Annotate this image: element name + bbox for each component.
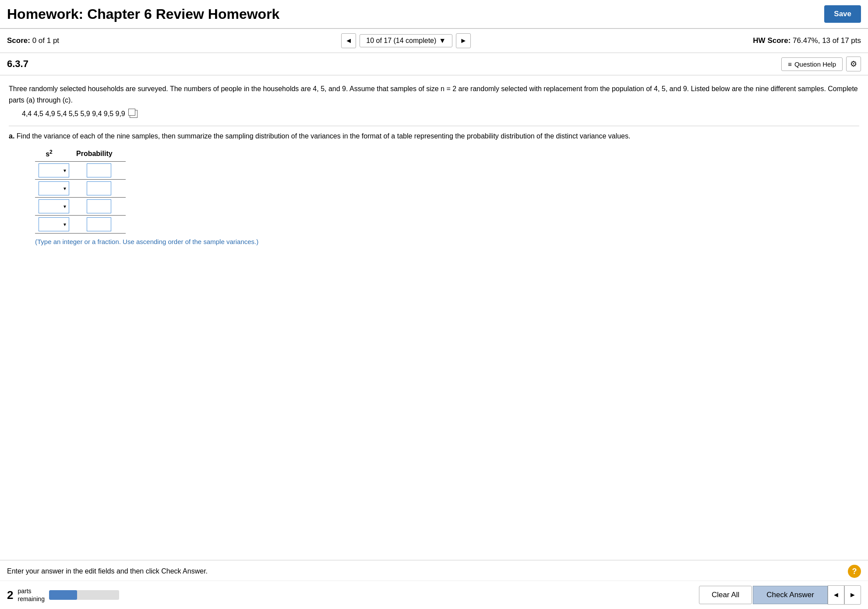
- question-position: 10 of 17 (14 complete) ▼: [360, 34, 452, 47]
- page-title: Homework: Chapter 6 Review Homework: [7, 6, 279, 22]
- s2-cell-2: [35, 179, 73, 197]
- s2-select-2[interactable]: [39, 181, 69, 195]
- score-bar: Score: 0 of 1 pt ◄ 10 of 17 (14 complete…: [0, 29, 868, 53]
- s2-select-wrapper-4: [39, 217, 69, 231]
- question-header-bar: 6.3.7 ≡ Question Help ⚙: [0, 53, 868, 75]
- divider: [9, 126, 859, 126]
- probability-column-header: Probability: [73, 147, 126, 161]
- score-label: Score:: [7, 36, 30, 45]
- gear-icon: ⚙: [850, 59, 857, 69]
- settings-button[interactable]: ⚙: [846, 57, 861, 71]
- variance-table: s2 Probability: [35, 147, 126, 233]
- table-row: [35, 179, 126, 197]
- prev-question-button[interactable]: ◄: [341, 33, 356, 48]
- s2-select-1[interactable]: [39, 163, 69, 177]
- s2-cell-1: [35, 161, 73, 179]
- score-value: 0 of 1 pt: [32, 36, 59, 45]
- s2-cell-4: [35, 215, 73, 233]
- question-position-text: 10 of 17 (14 complete): [366, 37, 436, 45]
- s2-select-4[interactable]: [39, 217, 69, 231]
- main-content: Three randomly selected households are s…: [0, 75, 868, 253]
- question-help-label: Question Help: [794, 60, 836, 68]
- table-row: [35, 215, 126, 233]
- prob-cell-1: [73, 161, 126, 179]
- question-number: 6.3.7: [7, 58, 28, 70]
- question-navigation: ◄ 10 of 17 (14 complete) ▼ ►: [341, 33, 471, 48]
- prob-cell-3: [73, 197, 126, 215]
- next-question-button[interactable]: ►: [456, 33, 471, 48]
- hw-score-display: HW Score: 76.47%, 13 of 17 pts: [753, 36, 861, 45]
- score-display: Score: 0 of 1 pt: [7, 36, 59, 45]
- prob-input-1[interactable]: [87, 163, 111, 177]
- prob-input-4[interactable]: [87, 217, 111, 231]
- s2-select-wrapper-2: [39, 181, 69, 195]
- help-list-icon: ≡: [788, 60, 792, 68]
- hw-score-label: HW Score:: [753, 36, 790, 45]
- s2-select-3[interactable]: [39, 199, 69, 213]
- question-help-button[interactable]: ≡ Question Help: [781, 57, 843, 71]
- question-help-area: ≡ Question Help ⚙: [781, 57, 861, 71]
- table-row: [35, 197, 126, 215]
- dropdown-chevron-icon: ▼: [439, 37, 446, 45]
- part-a-text: Find the variance of each of the nine sa…: [17, 132, 631, 140]
- page-header: Homework: Chapter 6 Review Homework Save: [0, 0, 868, 29]
- prob-input-2[interactable]: [87, 181, 111, 195]
- prob-cell-2: [73, 179, 126, 197]
- s2-select-wrapper-1: [39, 163, 69, 177]
- save-button[interactable]: Save: [824, 5, 861, 23]
- hw-score-value: 76.47%, 13 of 17 pts: [793, 36, 861, 45]
- hint-text: (Type an integer or a fraction. Use asce…: [35, 238, 859, 245]
- part-a-label: a.: [9, 132, 14, 140]
- table-row: [35, 161, 126, 179]
- samples-text: 4,4 4,5 4,9 5,4 5,5 5,9 9,4 9,5 9,9: [22, 110, 125, 118]
- s2-cell-3: [35, 197, 73, 215]
- s2-superscript: 2: [49, 149, 53, 155]
- s2-select-wrapper-3: [39, 199, 69, 213]
- copy-icon[interactable]: [130, 110, 138, 118]
- problem-text: Three randomly selected households are s…: [9, 83, 859, 106]
- prob-cell-4: [73, 215, 126, 233]
- samples-line: 4,4 4,5 4,9 5,4 5,5 5,9 9,4 9,5 9,9: [9, 110, 859, 118]
- s2-column-header: s2: [35, 147, 73, 161]
- prob-input-3[interactable]: [87, 199, 111, 213]
- part-a-description: a. Find the variance of each of the nine…: [9, 132, 859, 140]
